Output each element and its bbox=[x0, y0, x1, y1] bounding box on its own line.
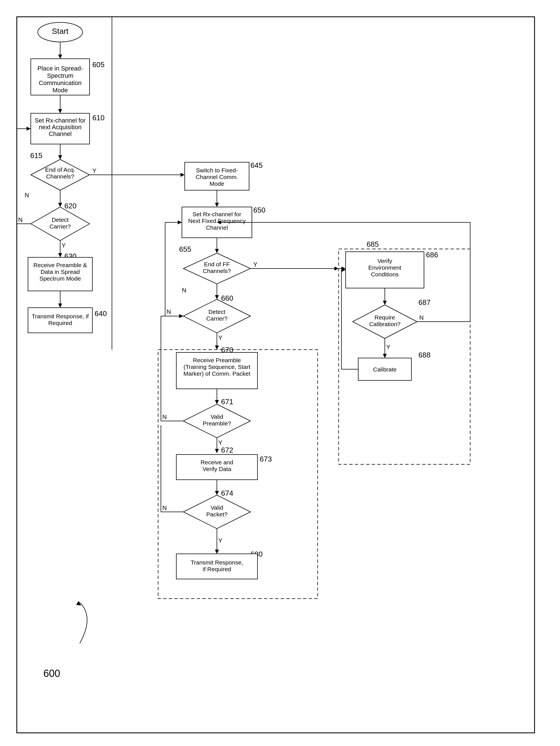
svg-text:Y: Y bbox=[218, 537, 223, 544]
svg-text:Data in Spread: Data in Spread bbox=[40, 268, 80, 275]
svg-text:N: N bbox=[419, 314, 424, 321]
svg-text:Mode: Mode bbox=[52, 87, 68, 94]
svg-text:Set Rx-channel for: Set Rx-channel for bbox=[35, 117, 86, 124]
svg-text:Spectrum: Spectrum bbox=[47, 72, 73, 79]
svg-text:Receive Preamble: Receive Preamble bbox=[193, 357, 241, 363]
svg-text:(Training Sequence, Start: (Training Sequence, Start bbox=[184, 364, 250, 370]
svg-text:Spectrum Mode: Spectrum Mode bbox=[39, 275, 81, 282]
svg-text:Verify: Verify bbox=[377, 258, 392, 264]
svg-text:660: 660 bbox=[221, 294, 233, 303]
svg-text:N: N bbox=[18, 216, 23, 223]
svg-text:End of Acq.: End of Acq. bbox=[45, 166, 75, 173]
svg-text:N: N bbox=[162, 504, 167, 511]
svg-text:610: 610 bbox=[92, 114, 104, 122]
svg-text:Channel: Channel bbox=[49, 130, 72, 137]
svg-text:Valid: Valid bbox=[211, 413, 223, 420]
svg-text:Detect: Detect bbox=[208, 309, 226, 315]
svg-text:645: 645 bbox=[250, 161, 262, 170]
svg-text:Channel Comm.: Channel Comm. bbox=[196, 174, 238, 180]
svg-text:End of FF: End of FF bbox=[204, 261, 230, 267]
svg-text:Calibrate: Calibrate bbox=[373, 366, 397, 373]
svg-text:Channel: Channel bbox=[206, 224, 228, 231]
svg-text:620: 620 bbox=[64, 202, 76, 210]
svg-text:Transmit Response,: Transmit Response, bbox=[191, 559, 243, 566]
svg-text:Transmit Response, if: Transmit Response, if bbox=[32, 313, 89, 319]
svg-text:Verify Data: Verify Data bbox=[203, 466, 231, 472]
svg-text:Packet?: Packet? bbox=[206, 511, 227, 517]
svg-text:Calibration?: Calibration? bbox=[369, 321, 400, 327]
svg-text:671: 671 bbox=[221, 398, 233, 406]
svg-text:615: 615 bbox=[30, 151, 42, 160]
svg-text:686: 686 bbox=[426, 251, 438, 259]
svg-text:685: 685 bbox=[367, 240, 379, 249]
svg-text:Environment: Environment bbox=[368, 264, 401, 271]
svg-text:688: 688 bbox=[418, 351, 430, 359]
svg-text:N: N bbox=[182, 287, 187, 294]
svg-text:N: N bbox=[167, 308, 171, 315]
svg-text:Channels?: Channels? bbox=[203, 268, 231, 274]
svg-text:next Acquisition: next Acquisition bbox=[39, 124, 82, 131]
svg-text:Y: Y bbox=[253, 261, 257, 268]
svg-text:650: 650 bbox=[253, 206, 265, 214]
svg-text:Next Fixed Frequency: Next Fixed Frequency bbox=[188, 218, 246, 224]
svg-text:Mode: Mode bbox=[209, 180, 224, 187]
svg-text:Preamble?: Preamble? bbox=[203, 420, 231, 427]
svg-text:Channels?: Channels? bbox=[46, 173, 74, 179]
svg-text:Y: Y bbox=[218, 439, 223, 446]
svg-text:Receive Preamble &: Receive Preamble & bbox=[33, 262, 87, 268]
svg-text:Marker) of Comm. Packet: Marker) of Comm. Packet bbox=[183, 370, 250, 377]
svg-text:Y: Y bbox=[92, 167, 96, 174]
svg-text:673: 673 bbox=[260, 455, 272, 463]
svg-text:Detect: Detect bbox=[52, 217, 69, 223]
svg-text:Conditions: Conditions bbox=[371, 271, 398, 278]
svg-text:Communication: Communication bbox=[39, 80, 82, 86]
svg-text:687: 687 bbox=[418, 298, 430, 307]
svg-text:Required: Required bbox=[48, 320, 72, 326]
svg-text:605: 605 bbox=[92, 60, 104, 69]
svg-text:672: 672 bbox=[221, 446, 233, 454]
svg-text:640: 640 bbox=[94, 309, 107, 318]
svg-text:Carrier?: Carrier? bbox=[50, 223, 71, 230]
svg-text:N: N bbox=[162, 413, 167, 421]
svg-text:Y: Y bbox=[386, 343, 390, 350]
svg-text:Set Rx-channel for: Set Rx-channel for bbox=[193, 211, 241, 217]
svg-text:if Required: if Required bbox=[203, 566, 231, 572]
svg-text:Receive and: Receive and bbox=[201, 459, 233, 465]
svg-text:Place in Spread-: Place in Spread- bbox=[37, 65, 83, 72]
svg-text:Valid: Valid bbox=[211, 504, 223, 511]
svg-text:Start: Start bbox=[52, 27, 68, 35]
svg-text:600: 600 bbox=[44, 668, 60, 679]
svg-text:Carrier?: Carrier? bbox=[206, 315, 227, 322]
svg-text:Require: Require bbox=[374, 314, 395, 320]
svg-text:Switch to Fixed-: Switch to Fixed- bbox=[196, 167, 237, 173]
svg-text:674: 674 bbox=[221, 489, 233, 497]
svg-text:655: 655 bbox=[179, 245, 191, 253]
svg-text:Y: Y bbox=[218, 334, 223, 341]
svg-text:N: N bbox=[25, 192, 29, 199]
flowchart-diagram: Start Place in Spread- Spectrum Communic… bbox=[0, 0, 560, 746]
svg-text:Y: Y bbox=[62, 242, 66, 249]
